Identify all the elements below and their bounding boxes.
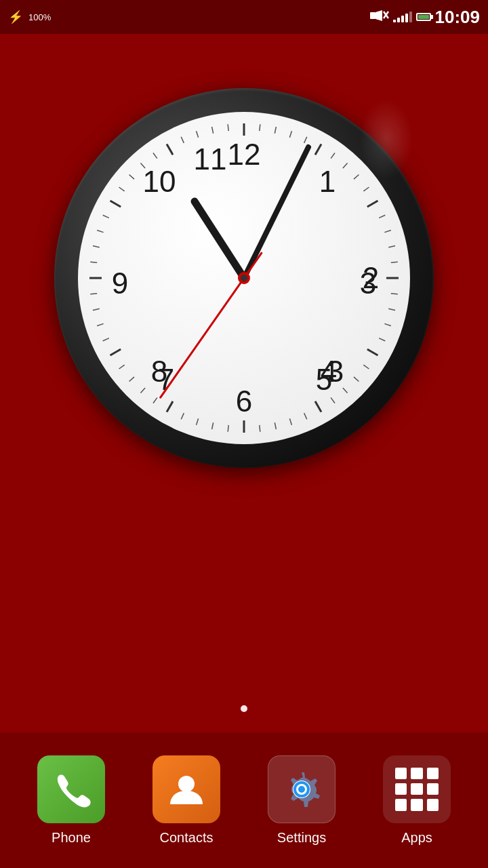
dock-item-phone[interactable]: Phone: [24, 755, 119, 846]
battery-icon: [416, 13, 431, 21]
battery-percentage-small: 100%: [28, 12, 51, 22]
usb-icon: ⚡: [8, 9, 23, 24]
settings-icon: [278, 766, 325, 813]
phone-icon: [52, 770, 91, 809]
dock-item-settings[interactable]: Settings: [254, 755, 349, 846]
svg-line-77: [195, 201, 244, 278]
contacts-app-icon[interactable]: [152, 755, 220, 823]
clock-face: 12 1 2 3 3 4 6 8 9 10 11 5 7: [78, 112, 410, 444]
signal-bars: [393, 12, 412, 22]
settings-label: Settings: [277, 830, 326, 846]
settings-app-icon[interactable]: [268, 755, 336, 823]
page-dot-active: [241, 705, 247, 712]
dock: Phone Contacts Settings: [0, 732, 488, 868]
apps-grid: [395, 768, 439, 811]
clock-outer: 12 1 2 3 3 4 6 8 9 10 11 5 7: [54, 88, 434, 468]
status-time: 10:09: [435, 7, 481, 28]
status-right-icons: 10:09: [370, 7, 481, 28]
clock-widget[interactable]: 12 1 2 3 3 4 6 8 9 10 11 5 7: [54, 88, 434, 468]
svg-point-82: [178, 776, 195, 792]
contacts-icon: [166, 769, 207, 810]
svg-rect-0: [370, 12, 375, 19]
dock-item-apps[interactable]: Apps: [369, 755, 464, 846]
svg-point-85: [298, 786, 305, 793]
phone-app-icon[interactable]: [37, 755, 105, 823]
mute-icon: [370, 10, 389, 24]
status-bar: ⚡ 100% 10:09: [0, 0, 488, 34]
dock-item-contacts[interactable]: Contacts: [139, 755, 234, 846]
svg-marker-1: [375, 10, 382, 21]
apps-app-icon[interactable]: [383, 755, 451, 823]
page-indicator: [241, 705, 247, 712]
svg-line-78: [244, 147, 308, 278]
contacts-label: Contacts: [160, 830, 214, 846]
svg-point-81: [241, 275, 247, 281]
apps-label: Apps: [401, 830, 432, 846]
phone-label: Phone: [52, 830, 91, 846]
clock-hands: [78, 112, 410, 444]
status-left-icons: ⚡ 100%: [8, 9, 51, 24]
